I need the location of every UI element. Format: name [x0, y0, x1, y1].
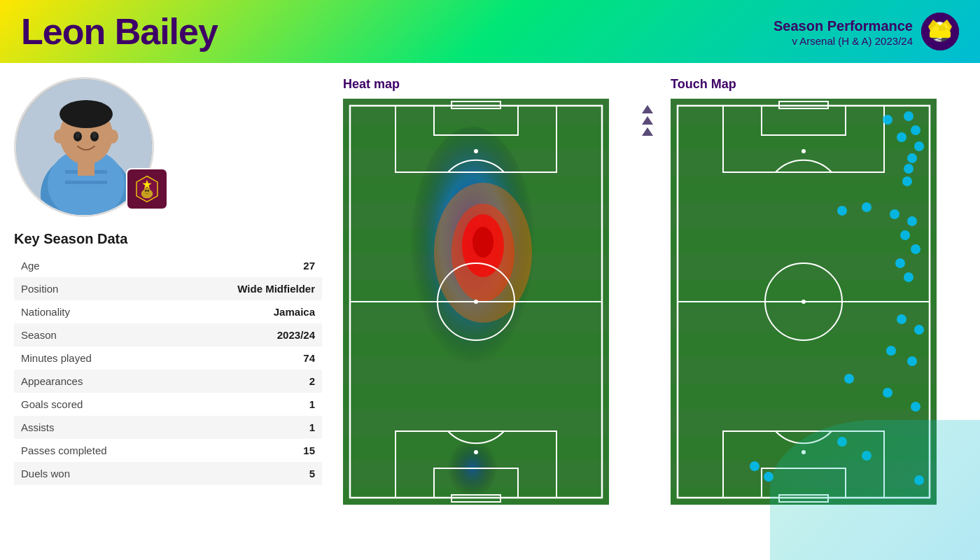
stats-table: Age27PositionWide MidfielderNationalityJ…: [14, 254, 322, 485]
svg-rect-69: [671, 306, 937, 332]
svg-point-102: [895, 258, 905, 268]
svg-rect-62: [671, 125, 937, 150]
svg-point-94: [907, 153, 917, 163]
svg-point-86: [802, 450, 806, 454]
main-content: Key Season Data Age27PositionWide Midfie…: [0, 63, 980, 560]
table-row: Assists1: [14, 416, 322, 439]
svg-point-57: [474, 450, 478, 454]
svg-rect-67: [671, 254, 937, 280]
svg-point-99: [907, 216, 917, 226]
svg-point-109: [844, 374, 854, 384]
svg-rect-74: [671, 435, 937, 461]
svg-point-103: [904, 272, 913, 282]
svg-rect-61: [671, 99, 937, 125]
touchmap-svg: [671, 99, 937, 505]
pl-logo: ⚽: [921, 13, 959, 50]
table-row: Season2023/24: [14, 323, 322, 346]
svg-point-110: [883, 388, 892, 398]
player-name: Leon Bailey: [21, 10, 218, 52]
svg-point-47: [472, 227, 493, 258]
svg-point-91: [911, 125, 920, 135]
svg-rect-64: [671, 176, 937, 202]
season-sub: v Arsenal (H & A) 2023/24: [774, 35, 913, 47]
table-row: PositionWide Midfielder: [14, 277, 322, 300]
svg-point-100: [900, 230, 910, 240]
arrow-1: [642, 105, 653, 113]
arrow-3: [642, 127, 653, 136]
svg-point-89: [883, 115, 892, 125]
stat-label: Nationality: [14, 300, 175, 323]
svg-point-111: [911, 402, 920, 412]
table-row: Appearances2: [14, 370, 322, 393]
table-row: Age27: [14, 254, 322, 277]
heatmap-svg: [343, 99, 609, 505]
stat-value: Wide Midfielder: [175, 277, 322, 300]
svg-point-112: [837, 437, 847, 447]
stat-value: 74: [175, 346, 322, 370]
left-panel: Key Season Data Age27PositionWide Midfie…: [14, 77, 336, 553]
svg-point-80: [802, 300, 806, 304]
table-row: Goals scored1: [14, 393, 322, 416]
svg-point-108: [907, 356, 917, 366]
svg-point-24: [147, 190, 149, 192]
svg-point-90: [904, 111, 913, 121]
stat-label: Goals scored: [14, 393, 175, 416]
svg-point-113: [862, 451, 872, 461]
svg-point-51: [474, 300, 478, 304]
touchmap-section: Touch Map: [664, 77, 966, 505]
stat-label: Passes completed: [14, 439, 175, 462]
stat-label: Minutes played: [14, 346, 175, 370]
svg-point-54: [474, 149, 478, 153]
table-row: Duels won5: [14, 462, 322, 485]
stat-value: 2023/24: [175, 323, 322, 346]
header: Leon Bailey Season Performance v Arsenal…: [0, 0, 980, 63]
svg-point-115: [750, 461, 760, 471]
season-label: Season Performance: [774, 17, 913, 35]
svg-point-93: [914, 141, 924, 151]
arrow-2: [642, 116, 653, 125]
svg-point-101: [911, 244, 920, 254]
stat-label: Age: [14, 254, 175, 277]
heatmap-pitch: [343, 99, 609, 505]
svg-rect-66: [671, 228, 937, 254]
season-info: Season Performance v Arsenal (H & A) 202…: [774, 13, 959, 50]
svg-rect-72: [671, 384, 937, 410]
svg-point-15: [59, 100, 113, 128]
svg-rect-71: [671, 358, 937, 384]
svg-rect-70: [671, 332, 937, 358]
svg-point-92: [897, 132, 906, 142]
stat-label: Assists: [14, 416, 175, 439]
svg-point-14: [92, 132, 97, 138]
stat-label: Season: [14, 323, 175, 346]
stat-value: 5: [175, 462, 322, 485]
maps-row: Heat map: [336, 77, 966, 553]
table-row: Passes completed15: [14, 439, 322, 462]
svg-rect-18: [78, 162, 94, 176]
svg-point-97: [862, 202, 872, 212]
stat-value: 15: [175, 439, 322, 462]
club-badge: [126, 168, 168, 210]
stat-label: Position: [14, 277, 175, 300]
stat-value: 2: [175, 370, 322, 393]
stat-label: Appearances: [14, 370, 175, 393]
svg-point-105: [897, 314, 906, 324]
svg-point-83: [802, 149, 806, 153]
svg-point-104: [837, 206, 847, 216]
svg-point-17: [107, 130, 118, 144]
svg-point-95: [904, 164, 913, 174]
touchmap-title: Touch Map: [671, 77, 736, 92]
svg-point-98: [890, 209, 899, 219]
heatmap-section: Heat map: [336, 77, 638, 505]
svg-rect-9: [65, 181, 107, 184]
key-season-data-title: Key Season Data: [14, 231, 322, 247]
svg-point-23: [145, 190, 147, 192]
direction-arrows: [638, 105, 657, 136]
stat-value: Jamaica: [175, 300, 322, 323]
svg-point-96: [902, 176, 912, 186]
svg-point-16: [54, 130, 65, 144]
svg-point-43: [430, 400, 514, 498]
svg-point-106: [914, 325, 924, 335]
stat-value: 27: [175, 254, 322, 277]
svg-rect-26: [343, 99, 609, 125]
player-photo-area: [14, 77, 322, 217]
